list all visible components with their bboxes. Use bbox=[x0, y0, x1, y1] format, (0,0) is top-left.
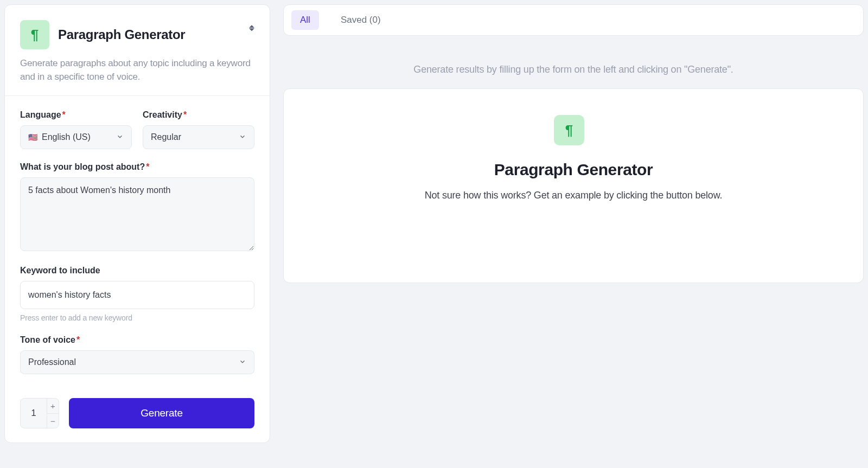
creativity-label: Creativity* bbox=[143, 110, 254, 120]
tab-saved[interactable]: Saved (0) bbox=[332, 10, 390, 30]
creativity-select[interactable]: Regular bbox=[143, 125, 254, 149]
empty-subtext: Not sure how this works? Get an example … bbox=[425, 190, 723, 201]
us-flag-icon: 🇺🇸 bbox=[28, 133, 37, 142]
keyword-input[interactable] bbox=[20, 281, 254, 309]
empty-state-card: ¶ Paragraph Generator Not sure how this … bbox=[283, 88, 864, 283]
tab-all[interactable]: All bbox=[291, 10, 319, 30]
keyword-label: Keyword to include bbox=[20, 266, 254, 275]
chevron-down-icon bbox=[116, 133, 124, 142]
paragraph-icon: ¶ bbox=[20, 20, 49, 49]
panel-header: ¶ Paragraph Generator bbox=[5, 5, 270, 49]
language-select[interactable]: 🇺🇸 English (US) bbox=[20, 125, 132, 149]
quantity-decrement-button[interactable]: − bbox=[47, 414, 59, 428]
template-switcher-icon[interactable] bbox=[249, 25, 254, 31]
tone-value: Professional bbox=[28, 357, 76, 367]
results-hint: Generate results by filling up the form … bbox=[283, 36, 864, 88]
chevron-down-icon bbox=[239, 133, 246, 142]
panel-title: Paragraph Generator bbox=[58, 27, 185, 42]
results-tabs: All Saved (0) bbox=[283, 4, 864, 36]
paragraph-icon: ¶ bbox=[554, 115, 584, 145]
empty-title: Paragraph Generator bbox=[494, 161, 653, 179]
chevron-down-icon bbox=[239, 358, 246, 367]
generate-button[interactable]: Generate bbox=[69, 398, 254, 428]
results-panel: All Saved (0) Generate results by fillin… bbox=[283, 4, 864, 443]
language-value: English (US) bbox=[42, 132, 91, 142]
tone-label: Tone of voice* bbox=[20, 335, 254, 345]
tone-select[interactable]: Professional bbox=[20, 350, 254, 374]
keyword-helper: Press enter to add a new keyword bbox=[20, 313, 254, 322]
quantity-stepper: 1 + − bbox=[20, 398, 59, 428]
language-label: Language* bbox=[20, 110, 132, 120]
topic-label: What is your blog post about?* bbox=[20, 162, 254, 172]
quantity-value: 1 bbox=[21, 399, 47, 428]
creativity-value: Regular bbox=[151, 132, 181, 142]
panel-description: Generate paragraphs about any topic incl… bbox=[5, 49, 270, 95]
form-panel: ¶ Paragraph Generator Generate paragraph… bbox=[4, 4, 270, 443]
topic-textarea[interactable] bbox=[20, 177, 254, 251]
quantity-increment-button[interactable]: + bbox=[47, 399, 59, 414]
